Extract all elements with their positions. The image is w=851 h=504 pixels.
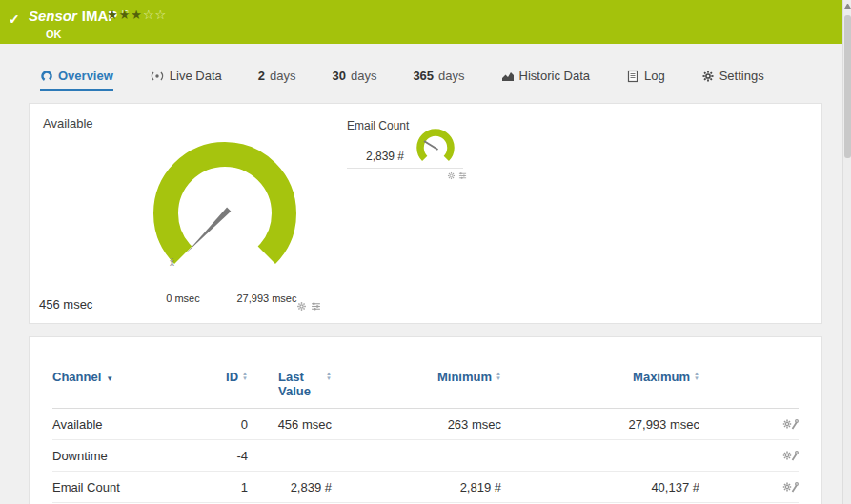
channel-name: Downtime bbox=[52, 449, 195, 463]
tab-bar: Overview Live Data 2 days 30 days 365 da… bbox=[0, 44, 851, 91]
sort-icons[interactable]: ▲▼ bbox=[694, 372, 699, 381]
header-label: ID bbox=[226, 370, 238, 384]
column-header-id[interactable]: ID ▲▼ bbox=[195, 370, 248, 384]
table-row: Email Count 1 2,839 # 2,819 # 40,137 # bbox=[52, 472, 799, 503]
table-row: Available 0 456 msec 263 msec 27,993 mse… bbox=[52, 409, 799, 440]
tab-label: Overview bbox=[58, 69, 113, 83]
tab-live-data[interactable]: Live Data bbox=[150, 69, 222, 91]
scrollbar-track[interactable] bbox=[842, 0, 851, 504]
email-count-gauge bbox=[406, 125, 465, 171]
channel-settings-icon[interactable] bbox=[782, 450, 799, 462]
gauge-settings-gear-icon[interactable] bbox=[447, 171, 456, 180]
available-gauge: x̄ bbox=[130, 132, 320, 299]
channel-minimum: 2,819 # bbox=[332, 480, 501, 494]
channel-maximum: 40,137 # bbox=[501, 480, 699, 494]
tab-number: 2 bbox=[258, 69, 265, 83]
channel-last-value: 456 msec bbox=[248, 417, 332, 432]
tab-label: Settings bbox=[719, 69, 764, 83]
column-header-channel[interactable]: Channel▼ bbox=[52, 370, 195, 384]
gauge-options-sliders-icon[interactable] bbox=[458, 171, 467, 180]
channel-id: 1 bbox=[195, 480, 248, 494]
header-label: Channel bbox=[52, 370, 101, 384]
tab-number: 365 bbox=[413, 69, 434, 83]
tab-label: Log bbox=[644, 69, 665, 83]
gauge-email-value: 2,839 # bbox=[341, 150, 404, 163]
broadcast-icon bbox=[150, 70, 165, 83]
channel-table-header: Channel▼ ID ▲▼ Last Value ▲▼ Minimum ▲▼ … bbox=[52, 370, 799, 409]
tab-number: 30 bbox=[332, 69, 345, 83]
sensor-header: ✓ SensorIMAP⚐ ★★★☆☆ OK bbox=[0, 0, 851, 44]
tab-365-days[interactable]: 365 days bbox=[413, 69, 464, 91]
gauge-options-sliders-icon[interactable] bbox=[311, 301, 321, 312]
tab-overview[interactable]: Overview bbox=[40, 69, 113, 91]
tab-log[interactable]: Log bbox=[626, 69, 665, 91]
gauge-settings-gear-icon[interactable] bbox=[296, 301, 307, 312]
channels-panel: Channel▼ ID ▲▼ Last Value ▲▼ Minimum ▲▼ … bbox=[29, 336, 822, 504]
tab-label: days bbox=[438, 69, 464, 83]
tab-2-days[interactable]: 2 days bbox=[258, 69, 296, 91]
gauge-mean-marker: x̄ bbox=[170, 257, 174, 268]
status-check-icon: ✓ bbox=[9, 11, 20, 27]
channel-name: Available bbox=[52, 417, 195, 432]
tab-settings[interactable]: Settings bbox=[701, 69, 764, 91]
stars-empty[interactable]: ☆☆ bbox=[143, 8, 167, 22]
tab-historic-data[interactable]: Historic Data bbox=[501, 69, 590, 91]
column-header-last-value[interactable]: Last Value ▲▼ bbox=[248, 370, 332, 398]
tab-30-days[interactable]: 30 days bbox=[332, 69, 376, 91]
header-label: Last Value bbox=[278, 370, 322, 398]
channel-settings-icon[interactable] bbox=[782, 481, 799, 494]
channel-maximum: 27,993 msec bbox=[501, 417, 699, 432]
channel-id: -4 bbox=[195, 449, 248, 463]
channel-id: 0 bbox=[195, 417, 248, 432]
gauge-available-label: Available bbox=[43, 116, 93, 131]
channel-last-value: 2,839 # bbox=[248, 480, 332, 494]
channel-name: Email Count bbox=[52, 480, 195, 494]
sensor-kind-label: Sensor bbox=[29, 8, 77, 24]
gauge-email-label: Email Count bbox=[347, 119, 409, 132]
tab-label: Historic Data bbox=[519, 69, 590, 83]
channel-settings-icon[interactable] bbox=[782, 418, 799, 431]
priority-stars[interactable]: ★★★☆☆ bbox=[107, 8, 167, 22]
gear-icon bbox=[701, 70, 715, 83]
channel-minimum: 263 msec bbox=[332, 417, 501, 432]
tab-label: days bbox=[351, 69, 376, 83]
scrollbar-thumb[interactable] bbox=[844, 15, 851, 158]
column-header-maximum[interactable]: Maximum ▲▼ bbox=[501, 370, 699, 384]
area-chart-icon bbox=[501, 70, 515, 83]
header-label: Maximum bbox=[633, 370, 690, 384]
status-badge: OK bbox=[46, 29, 62, 40]
gauge-icon bbox=[40, 70, 53, 83]
scrollbar-up-arrow[interactable] bbox=[844, 4, 851, 9]
log-icon bbox=[626, 70, 639, 83]
gauges-panel: Available x̄ 0 msec 27,993 msec 456 msec… bbox=[29, 103, 822, 324]
column-header-minimum[interactable]: Minimum ▲▼ bbox=[332, 370, 501, 384]
header-label: Minimum bbox=[437, 370, 492, 384]
tab-label: days bbox=[270, 69, 295, 83]
gauge-available-value: 456 msec bbox=[39, 297, 92, 312]
table-row: Downtime -4 bbox=[52, 440, 799, 472]
sort-desc-icon[interactable]: ▼ bbox=[106, 374, 113, 383]
stars-filled[interactable]: ★★★ bbox=[107, 8, 143, 22]
gauge-min-label: 0 msec bbox=[154, 292, 212, 304]
tab-label: Live Data bbox=[170, 69, 222, 83]
